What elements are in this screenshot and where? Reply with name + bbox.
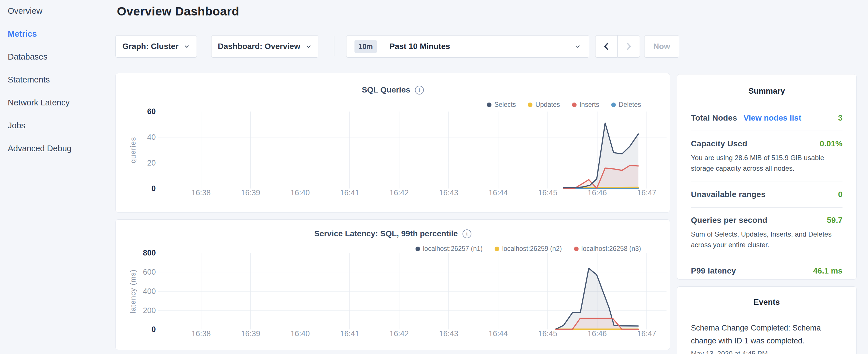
- sidebar-item-advanced-debug[interactable]: Advanced Debug: [8, 141, 115, 164]
- summary-row-qps: Queries per second 59.7: [691, 216, 842, 225]
- events-panel: Events Schema Change Completed: Schema c…: [677, 286, 857, 354]
- next-time-button[interactable]: [618, 35, 640, 58]
- sidebar: Overview Metrics Databases Statements Ne…: [0, 0, 115, 354]
- series-dot: [528, 102, 532, 107]
- dashboard-dropdown[interactable]: Dashboard: Overview: [211, 35, 318, 58]
- controls-bar: Graph: Cluster Dashboard: Overview 10m P…: [116, 35, 680, 58]
- unavailable-ranges-value: 0: [838, 190, 842, 199]
- svg-text:800: 800: [143, 249, 156, 257]
- svg-text:16:40: 16:40: [290, 329, 310, 338]
- now-button[interactable]: Now: [644, 35, 679, 58]
- svg-text:16:47: 16:47: [637, 329, 656, 338]
- chart-legend: localhost:26257 (n1) localhost:26259 (n2…: [415, 245, 641, 253]
- sidebar-item-databases[interactable]: Databases: [8, 50, 115, 73]
- divider: [691, 131, 842, 131]
- time-range-label: Past 10 Minutes: [390, 42, 569, 51]
- legend-item[interactable]: localhost:26258 (n3): [574, 245, 641, 253]
- service-latency-chart: 16:3816:3916:4016:4116:4216:4316:4416:45…: [116, 220, 670, 350]
- svg-text:16:44: 16:44: [489, 189, 508, 197]
- svg-text:16:39: 16:39: [241, 189, 260, 197]
- svg-text:16:43: 16:43: [439, 189, 458, 197]
- sidebar-item-jobs[interactable]: Jobs: [8, 119, 115, 141]
- summary-row-total-nodes: Total Nodes View nodes list 3: [691, 114, 842, 123]
- series-dot: [415, 247, 420, 251]
- sidebar-item-network-latency[interactable]: Network Latency: [8, 96, 115, 119]
- sidebar-item-metrics[interactable]: Metrics: [8, 27, 115, 50]
- svg-text:20: 20: [147, 159, 156, 167]
- service-latency-card: 16:3816:3916:4016:4116:4216:4316:4416:45…: [116, 219, 670, 350]
- main-content: Overview Dashboard Graph: Cluster Dashbo…: [116, 0, 670, 354]
- svg-text:16:43: 16:43: [439, 329, 458, 338]
- chart-title: Service Latency: SQL, 99th percentile i: [116, 229, 670, 238]
- series-dot: [487, 102, 492, 107]
- summary-row-capacity: Capacity Used 0.01%: [691, 139, 842, 148]
- info-icon[interactable]: i: [415, 86, 424, 95]
- sidebar-item-statements[interactable]: Statements: [8, 73, 115, 96]
- svg-text:16:39: 16:39: [241, 329, 260, 338]
- svg-text:16:41: 16:41: [340, 189, 359, 197]
- time-range-dropdown[interactable]: 10m Past 10 Minutes: [346, 35, 589, 58]
- svg-text:16:40: 16:40: [290, 189, 310, 197]
- divider: [691, 258, 842, 259]
- graph-dropdown-label: Graph: Cluster: [122, 42, 179, 51]
- svg-text:16:45: 16:45: [538, 329, 557, 338]
- capacity-used-value: 0.01%: [820, 139, 842, 148]
- page-title: Overview Dashboard: [117, 5, 239, 18]
- svg-text:16:46: 16:46: [587, 189, 607, 197]
- qps-description: Sum of Selects, Updates, Inserts, and De…: [691, 229, 842, 250]
- chevron-down-icon: [575, 43, 581, 50]
- chart-legend: Selects Updates Inserts Deletes: [487, 101, 641, 108]
- view-nodes-list-link[interactable]: View nodes list: [743, 114, 801, 123]
- chevron-down-icon: [306, 43, 312, 50]
- svg-text:queries: queries: [129, 137, 137, 163]
- sql-queries-card: 16:3816:3916:4016:4116:4216:4316:4416:45…: [116, 73, 670, 213]
- summary-row-p99: P99 latency 46.1 ms: [691, 266, 842, 276]
- summary-title: Summary: [691, 87, 842, 96]
- chevron-right-icon: [625, 42, 632, 51]
- svg-text:16:42: 16:42: [390, 329, 409, 338]
- time-step-buttons: [595, 35, 640, 58]
- qps-value: 59.7: [827, 216, 843, 225]
- svg-text:16:41: 16:41: [340, 329, 359, 338]
- chevron-left-icon: [602, 42, 610, 51]
- divider: [691, 182, 842, 182]
- divider: [691, 207, 842, 207]
- graph-dropdown[interactable]: Graph: Cluster: [116, 35, 197, 58]
- controls-divider: [334, 36, 334, 56]
- summary-row-unavailable-ranges: Unavailable ranges 0: [691, 190, 842, 199]
- event-timestamp: May 13, 2020 at 4:45 PM: [691, 350, 842, 354]
- legend-item[interactable]: Updates: [528, 101, 560, 108]
- svg-text:16:44: 16:44: [489, 329, 508, 338]
- svg-text:16:42: 16:42: [390, 189, 409, 197]
- prev-time-button[interactable]: [595, 35, 618, 58]
- summary-panel: Summary Total Nodes View nodes list 3 Ca…: [677, 74, 857, 280]
- svg-text:16:46: 16:46: [587, 329, 607, 338]
- svg-text:400: 400: [143, 287, 156, 296]
- sidebar-item-overview[interactable]: Overview: [8, 4, 115, 27]
- svg-text:16:38: 16:38: [191, 189, 211, 197]
- legend-item[interactable]: Inserts: [572, 101, 599, 108]
- svg-text:600: 600: [143, 268, 156, 277]
- dashboard-dropdown-label: Dashboard: Overview: [218, 42, 300, 51]
- chevron-down-icon: [184, 43, 190, 50]
- legend-item[interactable]: Deletes: [611, 101, 641, 108]
- info-icon[interactable]: i: [463, 229, 471, 238]
- legend-item[interactable]: localhost:26257 (n1): [415, 245, 483, 253]
- time-range-badge: 10m: [354, 40, 377, 53]
- svg-text:200: 200: [143, 306, 156, 315]
- svg-text:40: 40: [147, 133, 156, 141]
- svg-text:0: 0: [151, 184, 156, 193]
- legend-item[interactable]: Selects: [487, 101, 516, 108]
- series-dot: [572, 102, 577, 107]
- capacity-description: You are using 28.6 MiB of 515.9 GiB usab…: [691, 152, 842, 173]
- events-title: Events: [691, 297, 842, 307]
- svg-text:16:38: 16:38: [191, 329, 211, 338]
- svg-text:16:47: 16:47: [637, 189, 656, 197]
- series-dot: [495, 247, 499, 251]
- legend-item[interactable]: localhost:26259 (n2): [495, 245, 562, 253]
- series-dot: [574, 247, 579, 251]
- svg-text:latency (ms): latency (ms): [129, 269, 137, 313]
- event-item[interactable]: Schema Change Completed: Schema change w…: [691, 322, 842, 347]
- chart-title: SQL Queries i: [116, 85, 670, 95]
- p99-latency-value: 46.1 ms: [813, 266, 842, 276]
